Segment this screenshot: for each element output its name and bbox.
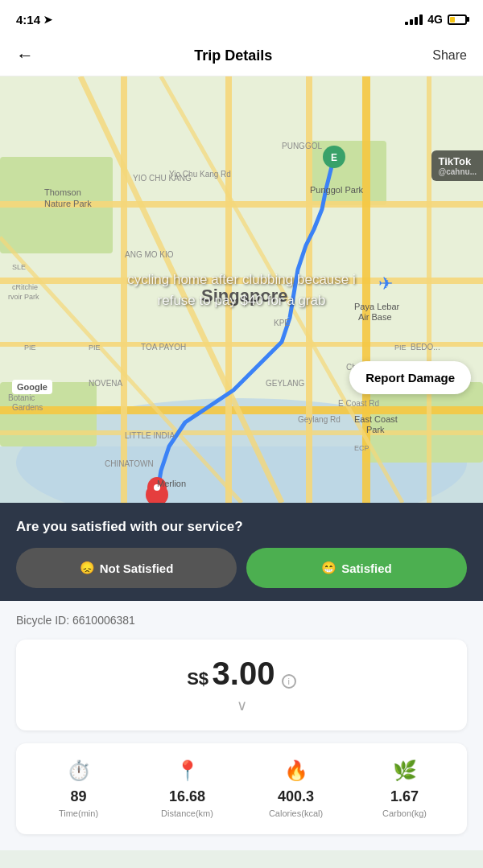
svg-text:rvoir Park: rvoir Park bbox=[8, 293, 39, 301]
svg-rect-16 bbox=[427, 76, 431, 503]
svg-text:GEYLANG: GEYLANG bbox=[266, 379, 305, 388]
svg-text:E: E bbox=[331, 152, 337, 163]
stat-distance: 📍 16.68 Distance(km) bbox=[133, 759, 242, 818]
not-satisfied-label: Not Satisfied bbox=[100, 562, 174, 575]
svg-rect-6 bbox=[306, 141, 386, 205]
stat-calories: 🔥 400.3 Calories(kcal) bbox=[242, 759, 350, 818]
svg-text:✈: ✈ bbox=[378, 274, 393, 294]
svg-text:Botanic: Botanic bbox=[8, 393, 35, 402]
svg-text:cRitchie: cRitchie bbox=[12, 283, 38, 291]
svg-text:CHINATOWN: CHINATOWN bbox=[105, 459, 154, 468]
svg-text:ANG MO KIO: ANG MO KIO bbox=[125, 250, 174, 259]
signal-bars-icon bbox=[405, 14, 423, 25]
page-title: Trip Details bbox=[194, 47, 272, 64]
svg-text:Yio Chu Kang Rd: Yio Chu Kang Rd bbox=[169, 170, 231, 179]
carbon-label: Carbon(kg) bbox=[382, 808, 427, 818]
calories-icon: 🔥 bbox=[284, 759, 308, 782]
bicycle-id: Bicycle ID: 6610006381 bbox=[16, 614, 467, 627]
svg-text:Thomson: Thomson bbox=[44, 187, 81, 197]
carbon-icon: 🌿 bbox=[393, 759, 417, 782]
calories-label: Calories(kcal) bbox=[269, 808, 323, 818]
svg-text:KPE: KPE bbox=[274, 319, 290, 327]
calories-value: 400.3 bbox=[278, 788, 314, 805]
not-satisfied-emoji: 😞 bbox=[80, 561, 95, 575]
report-damage-button[interactable]: Report Damage bbox=[349, 361, 471, 394]
status-bar: 4:14 ➤ 4G bbox=[0, 0, 483, 35]
svg-text:PIE: PIE bbox=[24, 343, 36, 352]
svg-text:NOVENA: NOVENA bbox=[89, 379, 123, 388]
svg-text:PUNGGOL: PUNGGOL bbox=[282, 142, 322, 150]
svg-text:Park: Park bbox=[366, 425, 385, 434]
satisfaction-question: Are you satisfied with our service? bbox=[16, 519, 467, 535]
stats-row: ⏱️ 89 Time(min) 📍 16.68 Distance(km) 🔥 4… bbox=[16, 743, 467, 834]
tiktok-line2: @cahnu... bbox=[438, 167, 477, 176]
carbon-value: 1.67 bbox=[390, 788, 419, 805]
svg-text:East Coast: East Coast bbox=[354, 414, 398, 424]
not-satisfied-button[interactable]: 😞 Not Satisfied bbox=[16, 548, 237, 588]
svg-rect-11 bbox=[0, 430, 483, 435]
svg-text:ECP: ECP bbox=[354, 444, 369, 452]
share-button[interactable]: Share bbox=[432, 48, 467, 63]
svg-text:TOA PAYOH: TOA PAYOH bbox=[141, 343, 186, 352]
fare-display: S$ 3.00 i bbox=[32, 656, 451, 692]
stat-time: ⏱️ 89 Time(min) bbox=[24, 759, 133, 818]
status-bar-left: 4:14 ➤ bbox=[16, 13, 52, 27]
header: ← Trip Details Share bbox=[0, 35, 483, 76]
network-label: 4G bbox=[427, 13, 443, 26]
svg-text:LITTLE INDIA: LITTLE INDIA bbox=[125, 431, 175, 440]
svg-text:Geylang Rd: Geylang Rd bbox=[298, 415, 341, 424]
time-icon: ⏱️ bbox=[67, 759, 91, 782]
satisfied-label: Satisfied bbox=[341, 562, 392, 575]
svg-text:Nature Park: Nature Park bbox=[44, 199, 92, 208]
time-display: 4:14 bbox=[16, 13, 40, 27]
svg-text:PIE: PIE bbox=[394, 343, 407, 352]
time-value: 89 bbox=[70, 788, 86, 805]
svg-text:Punggol Park: Punggol Park bbox=[310, 185, 364, 195]
svg-text:Gardens: Gardens bbox=[12, 403, 43, 412]
satisfied-button[interactable]: 😁 Satisfied bbox=[246, 548, 467, 588]
status-bar-right: 4G bbox=[405, 13, 467, 26]
location-arrow-icon: ➤ bbox=[43, 14, 52, 26]
svg-text:Merlion: Merlion bbox=[157, 479, 186, 488]
time-label: Time(min) bbox=[59, 808, 98, 818]
back-button[interactable]: ← bbox=[16, 45, 34, 66]
distance-label: Distance(km) bbox=[161, 808, 213, 818]
battery-icon bbox=[448, 14, 467, 25]
fare-currency: S$ bbox=[187, 668, 208, 689]
google-logo: Google bbox=[12, 380, 52, 394]
svg-text:Air Base: Air Base bbox=[358, 312, 392, 322]
fare-chevron[interactable]: ∨ bbox=[32, 697, 451, 714]
svg-rect-14 bbox=[306, 76, 312, 503]
svg-text:SLE: SLE bbox=[12, 263, 26, 271]
svg-text:Singapore: Singapore bbox=[201, 286, 288, 306]
svg-text:Paya Lebar: Paya Lebar bbox=[354, 302, 400, 311]
fare-container: S$ 3.00 i ∨ bbox=[16, 640, 467, 730]
trip-details-panel: Bicycle ID: 6610006381 S$ 3.00 i ∨ ⏱️ 89… bbox=[0, 601, 483, 850]
svg-rect-8 bbox=[0, 278, 483, 284]
tiktok-watermark: TikTok @cahnu... bbox=[431, 150, 483, 181]
satisfaction-panel: Are you satisfied with our service? 😞 No… bbox=[0, 503, 483, 601]
tiktok-line1: TikTok bbox=[438, 155, 477, 167]
fare-info-icon[interactable]: i bbox=[282, 674, 296, 689]
fare-amount: 3.00 bbox=[213, 656, 275, 691]
stat-carbon: 🌿 1.67 Carbon(kg) bbox=[350, 759, 459, 818]
satisfied-emoji: 😁 bbox=[321, 561, 336, 575]
map-area: S E ✈ Thomson Nature Park YIO CHU KANG P… bbox=[0, 76, 483, 503]
satisfaction-buttons: 😞 Not Satisfied 😁 Satisfied bbox=[16, 548, 467, 588]
svg-text:PIE: PIE bbox=[89, 343, 101, 352]
svg-text:E Coast Rd: E Coast Rd bbox=[338, 399, 379, 408]
distance-icon: 📍 bbox=[175, 759, 200, 782]
distance-value: 16.68 bbox=[169, 788, 205, 805]
svg-text:BEDO...: BEDO... bbox=[411, 343, 440, 352]
